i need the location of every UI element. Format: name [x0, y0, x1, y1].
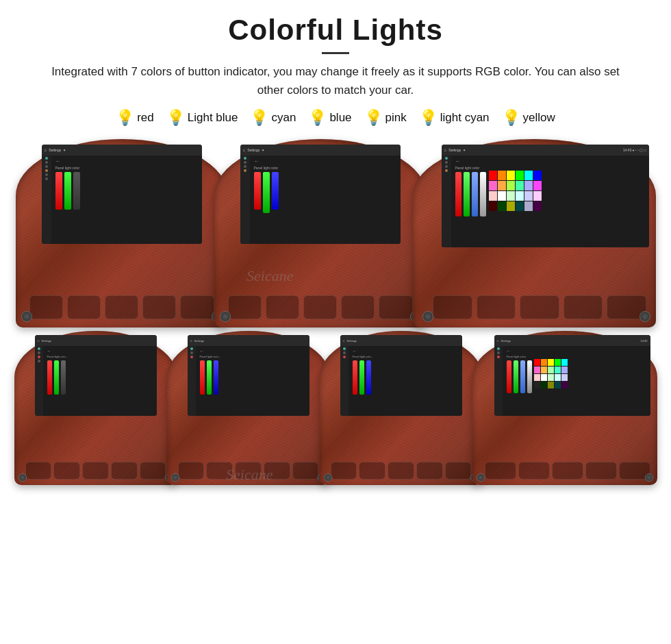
- panel-title-4: Panel light colo...: [47, 355, 153, 358]
- time-7: 14:40: [640, 339, 647, 343]
- car-unit-5: ⌂ Settings ← Panel light colo...: [167, 331, 330, 485]
- pc17: [524, 191, 533, 201]
- knob-left-2: [220, 311, 231, 322]
- mini-palette-7: [534, 359, 568, 413]
- pc5: [524, 171, 533, 180]
- color-bars-2: [254, 172, 396, 210]
- bar-green-2: [263, 172, 270, 213]
- screen-1: ⌂ Settings ✦: [42, 145, 202, 244]
- dot-5b: [190, 351, 193, 354]
- mpc5: [561, 359, 568, 366]
- screen-content-4: ← Panel light colo...: [35, 346, 157, 416]
- dot-3: [45, 165, 48, 168]
- dot-6a: [343, 347, 346, 350]
- pc2: [498, 171, 506, 180]
- panel-light-1: ← Panel light color: [51, 156, 202, 244]
- pc18: [533, 191, 542, 201]
- panel-light-2: ← Panel light color: [250, 156, 401, 244]
- settings-label-1: Settings: [49, 148, 61, 152]
- color-item-pink: 💡 pink: [364, 109, 407, 127]
- mpc17: [541, 382, 547, 388]
- screen-header-left-2: ⌂ Settings ✦: [243, 148, 265, 152]
- back-arrow-2: ←: [254, 158, 396, 164]
- dot-6c: [343, 356, 346, 358]
- color-bars-5: [200, 360, 305, 395]
- home-icon-6: ⌂: [343, 338, 345, 343]
- dot-2: [45, 161, 48, 164]
- pc8: [498, 181, 506, 190]
- btn-2b: [266, 295, 299, 319]
- color-item-lightcyan: 💡 light cyan: [419, 109, 490, 127]
- car-unit-7: ⌂ Settings 14:40 ← Panel light color: [472, 331, 657, 485]
- btn-2e: [379, 295, 412, 319]
- pc15: [507, 191, 515, 201]
- screen-5: ⌂ Settings ← Panel light colo...: [188, 335, 309, 416]
- pc1: [489, 171, 497, 180]
- home-icon-2: ⌂: [243, 148, 246, 152]
- home-icon-3: ⌂: [444, 148, 447, 152]
- btn-2c: [303, 295, 337, 319]
- screen-content-7: ← Panel light color: [494, 346, 650, 416]
- color-bars-3: [455, 172, 486, 216]
- screen-header-left-1: ⌂ Settings ✦: [45, 148, 66, 152]
- knob-left-5: [171, 473, 179, 482]
- back-arrow-6: ←: [353, 349, 458, 354]
- mpc13: [548, 374, 554, 381]
- dot-3b: [445, 161, 448, 164]
- back-arrow-7: ←: [507, 349, 532, 354]
- settings-label-2: Settings: [247, 148, 259, 152]
- dot-4a: [38, 347, 40, 350]
- screen-content-6: ← Panel light colo...: [340, 346, 462, 416]
- car-unit-1: ⌂ Settings ✦: [16, 139, 228, 327]
- mpc7: [541, 367, 547, 373]
- dot-4: [45, 169, 48, 172]
- car-unit-3: ⌂ Settings ✦ 14:40 ♦ ▫ ▫ ▢ □: [413, 139, 656, 327]
- btn-7c: [552, 462, 583, 480]
- dot-6: [45, 177, 48, 180]
- bar-blue-1: [73, 172, 80, 210]
- btn-4c: [82, 462, 109, 480]
- btn-5e: [292, 462, 319, 480]
- color-bars-7: [507, 360, 532, 393]
- panel-light-5: ← Panel light colo...: [196, 346, 309, 416]
- dot-2b: [244, 161, 246, 164]
- screen-header-7: ⌂ Settings 14:40: [494, 335, 650, 346]
- dot-6b: [343, 351, 346, 354]
- color-label-cyan: cyan: [271, 111, 296, 125]
- dot-4b: [38, 351, 40, 354]
- back-arrow-5: ←: [200, 349, 305, 354]
- mpc10: [561, 367, 568, 373]
- mpc8: [548, 367, 554, 373]
- screen-7: ⌂ Settings 14:40 ← Panel light color: [494, 335, 650, 416]
- btn-6a: [331, 462, 357, 480]
- signal-icon-2: ✦: [262, 148, 264, 152]
- home-icon-1: ⌂: [45, 148, 47, 152]
- mpc15: [561, 374, 568, 381]
- pc11: [524, 181, 533, 190]
- car-unit-2: ⌂ Settings ✦ ← Panel light color: [214, 139, 427, 327]
- panel-light-7: ← Panel light color: [503, 346, 650, 416]
- screen-header-left-6: ⌂ Settings: [343, 338, 357, 343]
- btn-7d: [585, 462, 617, 480]
- screen-header-left-7: ⌂ Settings: [497, 338, 511, 343]
- knob-left-1: [21, 311, 32, 322]
- mpc3: [548, 359, 554, 366]
- btn-5b: [206, 462, 233, 480]
- dot-3a: [445, 157, 448, 160]
- side-controls-7: [494, 346, 503, 416]
- screen-6: ⌂ Settings ← Panel light colo...: [340, 335, 462, 416]
- dot-5c: [190, 356, 193, 358]
- bar-blue-3: [472, 172, 478, 216]
- bottom-btns-7: [485, 462, 650, 480]
- bar-red-4: [47, 360, 52, 395]
- bulb-lightblue: 💡: [166, 109, 185, 127]
- side-controls-3: [442, 156, 451, 247]
- screen-content-3: ← Panel light color: [442, 156, 649, 247]
- color-item-cyan: 💡 cyan: [250, 109, 296, 127]
- mpc20: [561, 382, 568, 388]
- signal-icon-3: ✦: [463, 148, 466, 152]
- bar-b-5: [214, 360, 218, 395]
- settings-label-6: Settings: [347, 339, 357, 343]
- mpc9: [555, 367, 561, 373]
- pc21: [507, 201, 515, 211]
